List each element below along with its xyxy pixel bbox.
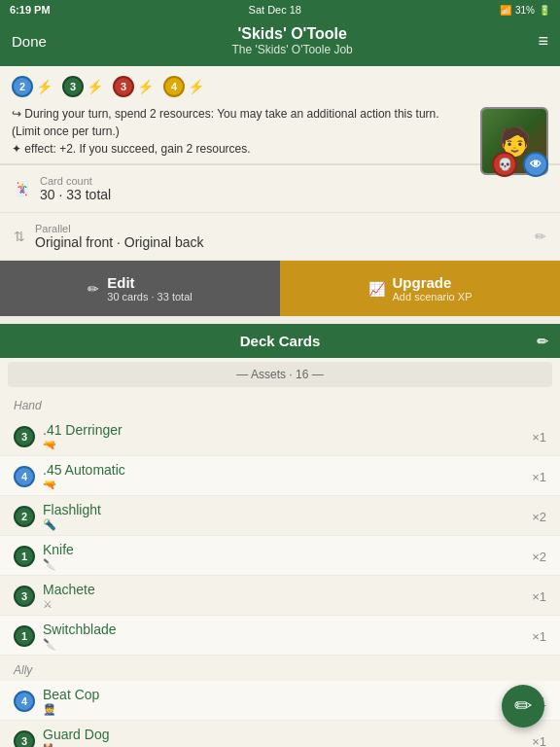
stat-icon-1: ⚡ (36, 79, 52, 94)
card-count-row: 🃏 Card count 30 · 33 total (0, 165, 560, 213)
stat-2: 3 ⚡ (62, 76, 103, 97)
card-name: Machete (43, 582, 532, 597)
card-info: .45 Automatic 🔫 (43, 462, 532, 491)
card-level-badge: 4 (14, 466, 35, 487)
card-info: Knife 🔪 (43, 542, 532, 571)
stat-3: 3 ⚡ (113, 76, 154, 97)
card-count-badge: ×2 (532, 550, 546, 564)
stat-circle-4: 4 (163, 76, 185, 97)
category-hand: Hand (0, 391, 560, 416)
stat-icon-4: ⚡ (188, 79, 204, 94)
card-level-badge: 3 (14, 730, 35, 747)
upgrade-text: Upgrade Add scenario XP (393, 274, 472, 302)
battery-icon: 🔋 (539, 5, 550, 16)
fab-edit-button[interactable]: ✏ (502, 685, 544, 728)
card-count-icon: 🃏 (14, 181, 30, 196)
parallel-label: Parallel (35, 223, 535, 234)
card-name: Beat Cop (43, 687, 532, 702)
card-count-badge: ×1 (532, 629, 546, 644)
edit-button[interactable]: ✏ Edit 30 cards · 33 total (0, 261, 280, 316)
card-count-badge: ×2 (532, 510, 546, 524)
card-type-icon: 🔪 (43, 558, 532, 571)
table-row[interactable]: 4 Beat Cop 👮 ×1 (0, 681, 560, 721)
card-count-value: 30 · 33 total (40, 187, 546, 202)
upgrade-button[interactable]: 📈 Upgrade Add scenario XP (280, 261, 560, 316)
card-info: Beat Cop 👮 (43, 687, 532, 716)
ability-line-1: ↪ During your turn, spend 2 resources: Y… (12, 105, 471, 140)
character-name: 'Skids' O'Toole (232, 25, 353, 43)
table-row[interactable]: 3 Machete ⚔ ×1 (0, 576, 560, 616)
elder-icon: 👁 (530, 158, 542, 171)
card-info: .41 Derringer 🔫 (43, 422, 532, 451)
card-name: .41 Derringer (43, 422, 532, 438)
status-bar: 6:19 PM Sat Dec 18 📶 31% 🔋 (0, 0, 560, 19)
edit-icon: ✏ (88, 281, 99, 297)
stats-row: 2 ⚡ 3 ⚡ 3 ⚡ 4 ⚡ (12, 76, 548, 97)
menu-button[interactable]: ≡ (538, 31, 548, 52)
assets-divider: — Assets · 16 — (8, 362, 552, 387)
card-name: Switchblade (43, 622, 532, 637)
card-type-icon: ⚔ (43, 598, 532, 611)
card-info: Guard Dog 🐕 (43, 727, 532, 747)
table-row[interactable]: 1 Switchblade 🔪 ×1 (0, 616, 560, 656)
ability-text: ↪ During your turn, spend 2 resources: Y… (12, 105, 548, 158)
title-block: 'Skids' O'Toole The 'Skids' O'Toole Job (232, 25, 353, 56)
status-badge-blue: 👁 (523, 152, 548, 177)
status-icons: 📶 31% 🔋 (500, 5, 550, 16)
card-type-icon: 🔦 (43, 518, 532, 531)
card-name: .45 Automatic (43, 462, 532, 478)
edit-label: Edit (107, 274, 192, 291)
card-level-badge: 4 (14, 691, 35, 712)
stat-icon-2: ⚡ (87, 79, 103, 94)
edit-sublabel: 30 cards · 33 total (107, 291, 192, 302)
deck-title: Deck Cards (240, 333, 321, 349)
parallel-edit-icon[interactable]: ✏ (535, 229, 546, 244)
stat-circle-2: 3 (62, 76, 84, 97)
card-count-badge: ×1 (532, 734, 546, 748)
status-time: 6:19 PM (10, 4, 51, 16)
parallel-icon: ⇅ (14, 229, 25, 244)
action-buttons: ✏ Edit 30 cards · 33 total 📈 Upgrade Add… (0, 261, 560, 316)
skull-icon: 💀 (498, 158, 512, 171)
card-level-badge: 1 (14, 546, 35, 567)
card-type-icon: 🔫 (43, 439, 532, 451)
stat-circle-3: 3 (113, 76, 134, 97)
card-info: Flashlight 🔦 (43, 502, 532, 531)
card-name: Knife (43, 542, 532, 557)
status-badge-red: 💀 (492, 152, 517, 177)
upgrade-icon: 📈 (368, 281, 385, 297)
ability-line-2: ✦ effect: +2. If you succeed, gain 2 res… (12, 140, 471, 158)
card-count-badge: ×1 (532, 430, 546, 445)
status-date: Sat Dec 18 (249, 4, 301, 16)
edit-text: Edit 30 cards · 33 total (107, 274, 192, 302)
job-title: The 'Skids' O'Toole Job (232, 43, 353, 56)
done-button[interactable]: Done (12, 33, 47, 50)
category-ally: Ally (0, 656, 560, 681)
table-row[interactable]: 1 Knife 🔪 ×2 (0, 536, 560, 576)
top-nav: Done 'Skids' O'Toole The 'Skids' O'Toole… (0, 19, 560, 66)
card-type-icon: 🐕 (43, 743, 532, 747)
stat-4: 4 ⚡ (163, 76, 204, 97)
card-level-badge: 3 (14, 426, 35, 447)
card-count-content: Card count 30 · 33 total (40, 175, 546, 202)
status-badges: 💀 👁 (492, 152, 548, 177)
wifi-icon: 📶 (500, 5, 511, 16)
parallel-value: Original front · Original back (35, 234, 535, 250)
deck-edit-icon[interactable]: ✏ (537, 334, 548, 349)
upgrade-sublabel: Add scenario XP (393, 291, 472, 302)
card-count-label: Card count (40, 175, 546, 187)
battery-text: 31% (515, 5, 535, 16)
table-row[interactable]: 4 .45 Automatic 🔫 ×1 (0, 456, 560, 496)
card-name: Flashlight (43, 502, 532, 517)
card-level-badge: 1 (14, 625, 35, 647)
stat-icon-3: ⚡ (137, 79, 154, 94)
card-info: Machete ⚔ (43, 582, 532, 611)
table-row[interactable]: 3 Guard Dog 🐕 ×1 (0, 721, 560, 747)
table-row[interactable]: 2 Flashlight 🔦 ×2 (0, 496, 560, 536)
stat-1: 2 ⚡ (12, 76, 52, 97)
card-type-icon: 👮 (43, 703, 532, 716)
card-count-badge: ×1 (532, 589, 546, 604)
table-row[interactable]: 3 .41 Derringer 🔫 ×1 (0, 416, 560, 456)
parallel-content: Parallel Original front · Original back (35, 223, 535, 250)
info-section: 🃏 Card count 30 · 33 total ⇅ Parallel Or… (0, 164, 560, 261)
